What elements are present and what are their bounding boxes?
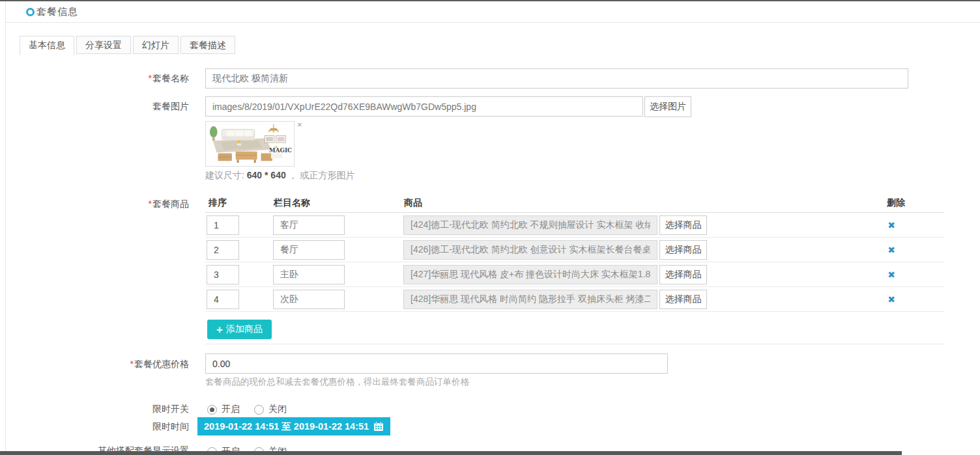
add-product-button[interactable]: + 添加商品	[207, 320, 272, 339]
choose-product-button[interactable]: 选择商品	[659, 240, 707, 260]
image-size-hint: 建议尺寸: 640 * 640 ， 或正方形图片	[205, 170, 355, 182]
tab-package-description[interactable]: 套餐描述	[180, 36, 235, 54]
package-price-label: *套餐优惠价格	[0, 359, 189, 370]
column-header-delete: 删除	[887, 197, 905, 209]
column-header-product: 商品	[404, 197, 422, 209]
section-divider	[205, 344, 944, 344]
tab-slideshow[interactable]: 幻灯片	[133, 36, 179, 54]
page-title: 套餐信息	[36, 6, 78, 18]
package-image-thumbnail: MAGIC	[205, 121, 295, 167]
calendar-icon	[373, 421, 384, 432]
tab-share-settings[interactable]: 分享设置	[76, 36, 131, 54]
required-asterisk: *	[130, 359, 134, 369]
delete-row-icon[interactable]: ✖	[883, 293, 900, 306]
product-row: 选择商品 ✖	[205, 213, 944, 238]
delete-row-icon[interactable]: ✖	[883, 268, 900, 281]
column-header-sort: 排序	[209, 197, 227, 209]
package-image-path-input[interactable]	[205, 96, 643, 117]
date-range-button[interactable]: 2019-01-22 14:51 至 2019-01-22 14:51	[197, 417, 390, 435]
package-image-label: 套餐图片	[0, 101, 189, 113]
furniture-scene-image: MAGIC	[207, 123, 293, 165]
radio-on[interactable]	[207, 405, 217, 415]
discount-price-input[interactable]	[205, 353, 668, 374]
choose-product-button[interactable]: 选择商品	[659, 265, 707, 284]
product-readonly-input[interactable]	[403, 290, 657, 309]
price-hint: 套餐商品的现价总和减去套餐优惠价格，得出最终套餐商品订单价格	[205, 376, 469, 388]
package-name-input[interactable]	[205, 68, 908, 89]
page-header: 套餐信息	[6, 1, 980, 23]
package-name-label: *套餐名称	[0, 73, 189, 85]
panel-left-border	[5, 1, 6, 455]
product-readonly-input[interactable]	[403, 265, 657, 284]
sort-input[interactable]	[207, 215, 239, 235]
category-name-input[interactable]	[273, 240, 345, 260]
time-switch-radios: 开启 关闭	[207, 404, 301, 415]
product-row: 选择商品 ✖	[205, 238, 944, 262]
time-switch-label: 限时开关	[0, 404, 189, 415]
product-row: 选择商品 ✖	[205, 287, 944, 312]
tab-bar: 基本信息 分享设置 幻灯片 套餐描述	[20, 36, 237, 55]
category-name-input[interactable]	[273, 215, 345, 235]
package-products-label: *套餐商品	[0, 199, 189, 210]
remove-image-icon[interactable]: ×	[297, 121, 302, 129]
radio-off[interactable]	[254, 405, 264, 415]
sort-input[interactable]	[207, 265, 239, 284]
category-name-input[interactable]	[273, 290, 345, 309]
delete-row-icon[interactable]: ✖	[883, 243, 900, 256]
plus-icon: +	[216, 324, 223, 335]
column-header-category: 栏目名称	[274, 197, 310, 209]
circle-icon	[26, 8, 35, 16]
choose-image-button[interactable]: 选择图片	[644, 96, 691, 117]
radio-off-label[interactable]: 关闭	[268, 404, 287, 415]
choose-product-button[interactable]: 选择商品	[659, 215, 707, 235]
time-range-label: 限时时间	[0, 421, 189, 433]
required-asterisk: *	[149, 199, 152, 209]
required-asterisk: *	[149, 73, 152, 83]
choose-product-button[interactable]: 选择商品	[659, 290, 707, 309]
tab-basic-info[interactable]: 基本信息	[20, 36, 74, 55]
category-name-input[interactable]	[273, 265, 345, 284]
window-bottom-edge	[0, 451, 902, 455]
sort-input[interactable]	[207, 290, 239, 309]
package-edit-page: 套餐信息 基本信息 分享设置 幻灯片 套餐描述 *套餐名称 套餐图片 选择图片	[0, 0, 980, 455]
svg-text:MAGIC: MAGIC	[269, 147, 292, 154]
sort-input[interactable]	[207, 240, 239, 260]
product-row: 选择商品 ✖	[205, 262, 944, 287]
radio-on-label[interactable]: 开启	[222, 404, 240, 415]
product-readonly-input[interactable]	[403, 240, 657, 260]
delete-row-icon[interactable]: ✖	[883, 219, 900, 232]
product-readonly-input[interactable]	[403, 215, 657, 235]
